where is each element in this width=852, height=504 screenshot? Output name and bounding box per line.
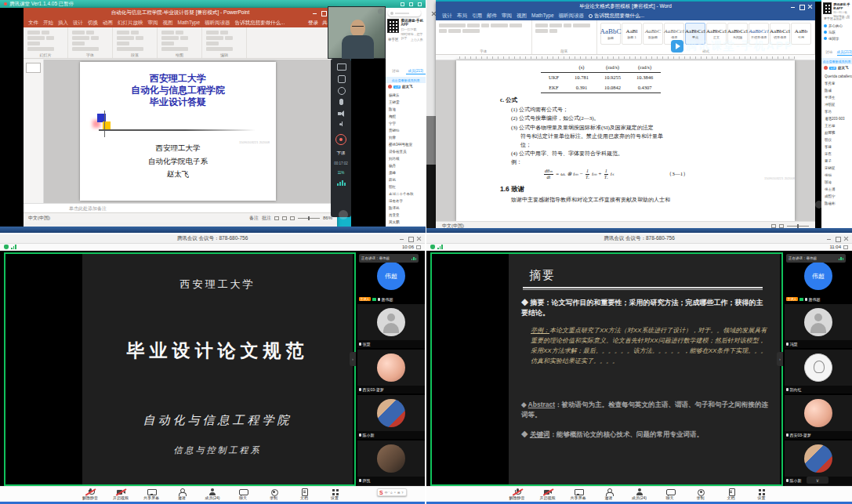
member-row[interactable]: 冲明星	[821, 101, 852, 108]
word-menu-tab[interactable]: 福昕阅读器	[559, 13, 585, 20]
fullscreen-icon[interactable]	[843, 245, 848, 249]
close-icon[interactable]	[843, 236, 849, 241]
word-menu-tab[interactable]: MathType	[531, 13, 554, 20]
member-row[interactable]: 陈迪	[386, 106, 426, 113]
close-icon[interactable]	[807, 4, 813, 9]
toolbar-button[interactable]: 录制	[263, 488, 285, 500]
more-participants-button[interactable]: ∨	[807, 477, 828, 484]
ppt-menu-tab[interactable]: MathType	[178, 20, 201, 27]
ribbon-group[interactable]: 绘图	[158, 27, 202, 58]
ime-toolbar[interactable]: S 中 ′ ⊙ ＊ ⊞ ？	[377, 488, 407, 496]
tab-members[interactable]: 成员(213)	[406, 69, 426, 74]
ppt-menu-tab[interactable]: 插入	[58, 20, 68, 27]
ribbon-controls[interactable]	[72, 29, 108, 51]
toolbar-button[interactable]: 聊天	[233, 488, 254, 500]
maximize-icon[interactable]	[408, 236, 413, 241]
toolbar-button[interactable]: 聊天	[659, 488, 680, 500]
member-row[interactable]: 半泽生	[821, 94, 852, 101]
style-card[interactable]: AaBl 标题 1	[622, 23, 642, 45]
tell-me-box[interactable]: 告诉我您想要做什么...	[235, 20, 285, 27]
ribbon-controls[interactable]	[161, 29, 198, 51]
invite-icon[interactable]	[337, 87, 345, 93]
member-row[interactable]: 国涛	[821, 179, 852, 186]
members-banner[interactable]: 点击查看新成员列表	[821, 58, 852, 64]
fullscreen-icon[interactable]	[416, 245, 421, 249]
tab-discussion[interactable]: 讨论	[821, 50, 837, 56]
toolbar-button[interactable]: 共享屏幕	[141, 488, 162, 500]
toolbar-button[interactable]: 解除静音	[80, 488, 101, 500]
member-row[interactable]: 王艺璇	[821, 122, 852, 129]
meeting-title-bar[interactable]: 腾讯会议 会议号：878-680-756	[0, 234, 425, 244]
slide-thumbnail-pane[interactable]	[24, 60, 44, 203]
member-row[interactable]: 康峰	[386, 169, 426, 176]
tell-me-box[interactable]: 告诉我您想要做什么...	[589, 13, 644, 20]
style-card[interactable]: AaBbC 副标题	[643, 23, 663, 45]
participant-tile[interactable]: 薛凯	[357, 439, 425, 484]
language-status[interactable]: 中文(中国)	[28, 215, 50, 222]
slideshow-view-icon[interactable]	[290, 216, 295, 220]
sorter-view-icon[interactable]	[282, 216, 287, 220]
word-title-bar[interactable]: 毕业论文格式参照模板 [兼容模式] - Word	[436, 2, 815, 12]
teacher-row[interactable]: 讲师 赵太飞	[821, 66, 849, 70]
mic-icon[interactable]	[337, 99, 345, 105]
maximize-icon[interactable]	[799, 4, 804, 9]
ppt-menu-tab[interactable]: 设计	[73, 20, 83, 27]
ppt-menu-tab[interactable]: 切换	[88, 20, 98, 27]
ribbon-controls[interactable]	[206, 29, 242, 51]
ppt-menu-tab[interactable]: 动画	[103, 20, 113, 27]
member-row[interactable]: 明红	[386, 183, 426, 190]
zoom-slider[interactable]	[298, 218, 320, 219]
toolbar-button[interactable]: 文档	[294, 488, 315, 500]
toolbar-button[interactable]: 成员(24)	[629, 488, 650, 500]
members-banner[interactable]: 点击查看新成员列表	[386, 77, 426, 83]
ppt-menu-tab[interactable]: 审阅	[148, 20, 158, 27]
panel-collapse-handle[interactable]: ›	[777, 352, 783, 366]
maximize-icon[interactable]	[321, 10, 326, 16]
maximize-icon[interactable]	[835, 236, 840, 241]
member-row[interactable]: 成熙宁	[821, 193, 852, 200]
presenter-video[interactable]	[328, 6, 386, 59]
word-menu-tab[interactable]: 视图	[517, 13, 527, 20]
toolbar-button[interactable]: 开启视频	[111, 488, 132, 500]
ppt-title-bar[interactable]: 自动化与信息工程学院-毕业设计答疑 [兼容模式] - PowerPoint	[24, 8, 337, 18]
toolbar-button[interactable]: 开启视频	[537, 488, 558, 500]
ribbon-controls[interactable]	[117, 29, 153, 51]
recorder-window-icon[interactable]	[401, 2, 404, 6]
music-icon[interactable]	[337, 122, 345, 129]
video-close-icon[interactable]	[378, 9, 383, 14]
share-screen-icon[interactable]	[337, 63, 345, 70]
member-row[interactable]: 遭遇203-903	[821, 115, 852, 122]
member-row[interactable]: 宋晓星	[821, 165, 852, 172]
ribbon-group[interactable]: 幻灯片	[24, 27, 68, 58]
participant-tile[interactable]: 冯慧	[785, 303, 852, 348]
minimize-icon[interactable]	[790, 4, 796, 9]
ribbon-controls[interactable]	[27, 29, 63, 51]
member-row[interactable]: 走过二十个春秋	[386, 190, 426, 198]
member-row[interactable]: 李建	[821, 143, 852, 150]
stage-member[interactable]: 张同学	[821, 35, 852, 42]
member-row[interactable]: 宁宇	[386, 120, 426, 127]
ppt-menu-tab[interactable]: 文件	[28, 20, 38, 27]
member-row[interactable]: 没有名字	[386, 198, 426, 205]
ribbon-group[interactable]: 段落	[113, 27, 158, 58]
tab-members[interactable]: 成员(213)	[837, 50, 852, 56]
word-menu-tab[interactable]: 引用	[472, 13, 482, 20]
member-row[interactable]: 设备检查员	[386, 148, 426, 155]
member-row[interactable]: 薛凯	[386, 176, 426, 183]
print-view-icon[interactable]	[779, 224, 784, 228]
end-class-label[interactable]: 下课	[337, 150, 346, 156]
member-row[interactable]: 贾晓怡	[386, 127, 426, 134]
toolbar-button[interactable]: 共享屏幕	[567, 488, 589, 500]
toolbar-button[interactable]: 设置	[324, 488, 346, 500]
read-view-icon[interactable]	[771, 224, 776, 228]
participant-tile[interactable]: 西安03-凝梦	[357, 348, 425, 393]
ppt-menu-tab[interactable]: 幻灯片放映	[118, 20, 143, 27]
toolbar-button[interactable]: 解除静音	[506, 488, 528, 500]
comments-toggle[interactable]: 批注	[262, 215, 271, 222]
recorder-stop-icon[interactable]	[409, 2, 413, 6]
participant-tile[interactable]: 张慧	[357, 303, 425, 348]
zoom-slider[interactable]	[787, 226, 809, 227]
member-row[interactable]: 刘浩顺	[386, 155, 426, 162]
paragraph-group[interactable]: 段落	[532, 20, 597, 54]
member-row[interactable]: 梅想	[386, 113, 426, 120]
